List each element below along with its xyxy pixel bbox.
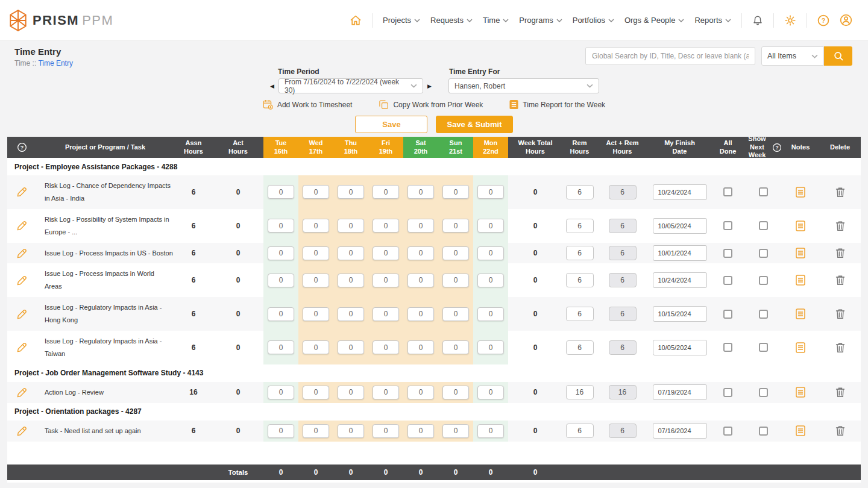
finish-date-input[interactable] (653, 272, 707, 288)
show-next-week-checkbox[interactable] (759, 276, 768, 285)
all-done-checkbox[interactable] (723, 310, 732, 319)
all-done-checkbox[interactable] (723, 187, 732, 196)
edit-pencil-icon[interactable] (16, 248, 28, 259)
day-hours-input[interactable] (373, 274, 399, 287)
add-work-to-timesheet-link[interactable]: Add Work to Timesheet (263, 99, 353, 110)
day-hours-input[interactable] (477, 424, 504, 438)
all-done-checkbox[interactable] (723, 249, 732, 258)
next-week-button[interactable]: ▶ (426, 82, 433, 90)
day-hours-input[interactable] (338, 219, 364, 233)
user-profile-icon[interactable] (840, 14, 852, 27)
day-hours-input[interactable] (338, 340, 364, 354)
edit-pencil-icon[interactable] (16, 220, 28, 231)
finish-date-input[interactable] (653, 306, 707, 322)
notes-icon[interactable] (796, 342, 805, 353)
day-hours-input[interactable] (477, 340, 504, 354)
delete-trash-icon[interactable] (835, 342, 845, 353)
notes-icon[interactable] (796, 248, 805, 258)
rem-hours-input[interactable] (566, 185, 594, 199)
day-hours-input[interactable] (268, 185, 294, 199)
day-hours-input[interactable] (338, 246, 364, 260)
day-hours-input[interactable] (442, 246, 469, 260)
day-hours-input[interactable] (373, 307, 399, 321)
day-hours-input[interactable] (268, 274, 294, 287)
day-hours-input[interactable] (268, 246, 294, 260)
question-circle-icon[interactable]: ? (17, 142, 27, 152)
day-hours-input[interactable] (303, 424, 329, 438)
day-hours-input[interactable] (477, 246, 504, 260)
nav-item-time[interactable]: Time (483, 16, 509, 25)
time-entry-for-select[interactable]: Hansen, Robert (448, 78, 599, 93)
show-next-week-checkbox[interactable] (759, 221, 768, 230)
help-icon[interactable]: ? (817, 14, 829, 27)
search-button[interactable] (824, 46, 852, 66)
edit-pencil-icon[interactable] (16, 186, 28, 198)
day-hours-input[interactable] (407, 307, 434, 321)
day-hours-input[interactable] (268, 307, 294, 321)
finish-date-input[interactable] (653, 384, 707, 400)
day-hours-input[interactable] (303, 246, 329, 260)
edit-pencil-icon[interactable] (16, 425, 28, 437)
delete-trash-icon[interactable] (835, 275, 845, 286)
all-done-checkbox[interactable] (723, 388, 732, 397)
day-hours-input[interactable] (373, 219, 399, 233)
day-hours-input[interactable] (477, 307, 504, 321)
day-hours-input[interactable] (442, 307, 469, 321)
all-done-checkbox[interactable] (723, 343, 732, 352)
day-hours-input[interactable] (442, 386, 469, 399)
day-hours-input[interactable] (338, 307, 364, 321)
all-done-checkbox[interactable] (723, 427, 732, 436)
notifications-bell-icon[interactable] (752, 14, 763, 27)
notes-icon[interactable] (796, 308, 805, 319)
nav-item-orgs-people[interactable]: Orgs & People (624, 16, 685, 25)
notes-icon[interactable] (796, 275, 805, 286)
delete-trash-icon[interactable] (835, 221, 845, 231)
global-search-input[interactable] (585, 47, 755, 65)
day-hours-input[interactable] (268, 340, 294, 354)
day-hours-input[interactable] (338, 185, 364, 199)
finish-date-input[interactable] (653, 184, 707, 200)
day-hours-input[interactable] (442, 424, 469, 438)
day-hours-input[interactable] (442, 274, 469, 287)
day-hours-input[interactable] (477, 274, 504, 287)
notes-icon[interactable] (796, 221, 805, 231)
day-hours-input[interactable] (303, 185, 329, 199)
day-hours-input[interactable] (303, 307, 329, 321)
save-button[interactable]: Save (355, 116, 427, 133)
show-next-week-checkbox[interactable] (759, 249, 768, 258)
day-hours-input[interactable] (407, 185, 434, 199)
rem-hours-input[interactable] (566, 424, 594, 438)
day-hours-input[interactable] (407, 424, 434, 438)
finish-date-input[interactable] (653, 218, 707, 234)
delete-trash-icon[interactable] (835, 187, 845, 198)
nav-item-portfolios[interactable]: Portfolios (573, 16, 614, 25)
day-hours-input[interactable] (303, 274, 329, 287)
edit-pencil-icon[interactable] (16, 387, 28, 398)
rem-hours-input[interactable] (566, 273, 594, 287)
search-scope-select[interactable]: All Items (761, 46, 824, 66)
day-hours-input[interactable] (303, 386, 329, 399)
day-hours-input[interactable] (303, 219, 329, 233)
day-hours-input[interactable] (338, 424, 364, 438)
finish-date-input[interactable] (653, 245, 707, 261)
day-hours-input[interactable] (407, 219, 434, 233)
show-next-week-checkbox[interactable] (759, 310, 768, 319)
time-period-select[interactable]: From 7/16/2024 to 7/22/2024 (week 30) (278, 78, 423, 93)
question-circle-icon[interactable]: ? (772, 143, 782, 152)
day-hours-input[interactable] (373, 340, 399, 354)
time-report-for-week-link[interactable]: Time Report for the Week (509, 99, 605, 110)
copy-work-from-prior-week-link[interactable]: Copy Work from Prior Week (379, 99, 483, 110)
day-hours-input[interactable] (338, 386, 364, 399)
rem-hours-input[interactable] (566, 385, 594, 399)
day-hours-input[interactable] (477, 386, 504, 399)
day-hours-input[interactable] (442, 219, 469, 233)
home-icon[interactable] (350, 14, 362, 27)
notes-icon[interactable] (796, 425, 805, 436)
rem-hours-input[interactable] (566, 307, 594, 321)
edit-pencil-icon[interactable] (16, 342, 28, 353)
day-hours-input[interactable] (477, 185, 504, 199)
notes-icon[interactable] (796, 187, 805, 198)
day-hours-input[interactable] (373, 424, 399, 438)
finish-date-input[interactable] (653, 423, 707, 439)
finish-date-input[interactable] (653, 340, 707, 355)
